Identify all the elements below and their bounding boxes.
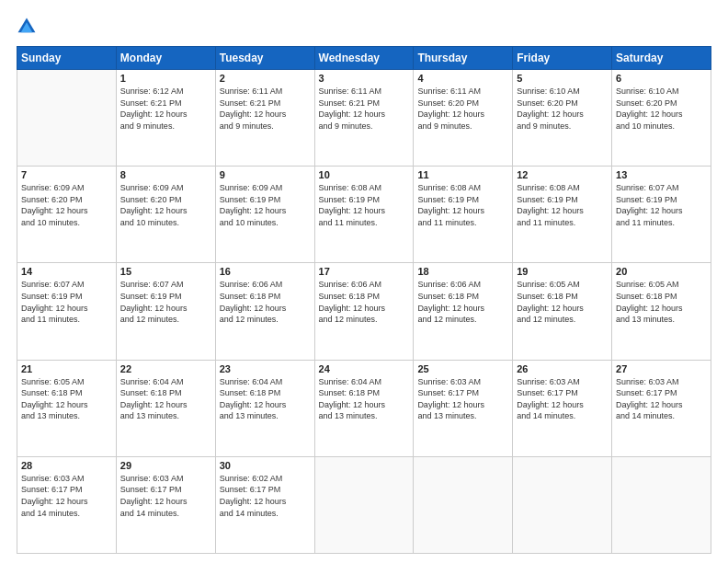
day-info: Sunrise: 6:07 AMSunset: 6:19 PMDaylight:… xyxy=(120,279,211,325)
calendar-cell xyxy=(17,70,117,167)
day-info: Sunrise: 6:04 AMSunset: 6:18 PMDaylight:… xyxy=(220,376,311,422)
day-number: 10 xyxy=(319,169,410,180)
day-info: Sunrise: 6:03 AMSunset: 6:17 PMDaylight:… xyxy=(21,473,112,519)
calendar-cell: 7Sunrise: 6:09 AMSunset: 6:20 PMDaylight… xyxy=(17,167,117,263)
day-number: 24 xyxy=(319,363,410,374)
day-info: Sunrise: 6:07 AMSunset: 6:19 PMDaylight:… xyxy=(616,182,707,228)
col-header-monday: Monday xyxy=(116,47,215,70)
col-header-tuesday: Tuesday xyxy=(215,47,314,70)
calendar-cell: 18Sunrise: 6:06 AMSunset: 6:18 PMDayligh… xyxy=(414,263,513,360)
day-number: 22 xyxy=(120,363,211,374)
calendar-cell: 20Sunrise: 6:05 AMSunset: 6:18 PMDayligh… xyxy=(612,263,711,360)
day-number: 25 xyxy=(417,363,508,374)
col-header-friday: Friday xyxy=(513,47,612,70)
calendar-cell: 14Sunrise: 6:07 AMSunset: 6:19 PMDayligh… xyxy=(17,263,117,360)
day-number: 20 xyxy=(616,266,707,277)
calendar-header: SundayMondayTuesdayWednesdayThursdayFrid… xyxy=(17,47,711,70)
calendar-week-1: 1Sunrise: 6:12 AMSunset: 6:21 PMDaylight… xyxy=(17,70,711,167)
day-number: 11 xyxy=(417,169,508,180)
day-number: 7 xyxy=(21,169,112,180)
calendar-table: SundayMondayTuesdayWednesdayThursdayFrid… xyxy=(17,46,711,554)
day-info: Sunrise: 6:05 AMSunset: 6:18 PMDaylight:… xyxy=(21,376,112,422)
col-header-wednesday: Wednesday xyxy=(314,47,414,70)
calendar-cell xyxy=(414,456,513,553)
day-number: 14 xyxy=(21,266,112,277)
day-info: Sunrise: 6:06 AMSunset: 6:18 PMDaylight:… xyxy=(417,279,508,325)
calendar-cell: 26Sunrise: 6:03 AMSunset: 6:17 PMDayligh… xyxy=(513,360,612,456)
day-number: 17 xyxy=(319,266,410,277)
day-info: Sunrise: 6:05 AMSunset: 6:18 PMDaylight:… xyxy=(616,279,707,325)
logo xyxy=(17,17,40,37)
calendar-cell: 2Sunrise: 6:11 AMSunset: 6:21 PMDaylight… xyxy=(215,70,314,167)
day-number: 6 xyxy=(616,73,707,84)
day-info: Sunrise: 6:06 AMSunset: 6:18 PMDaylight:… xyxy=(220,279,311,325)
calendar-cell xyxy=(314,456,414,553)
calendar-cell: 16Sunrise: 6:06 AMSunset: 6:18 PMDayligh… xyxy=(215,263,314,360)
day-info: Sunrise: 6:11 AMSunset: 6:21 PMDaylight:… xyxy=(220,86,311,132)
day-number: 28 xyxy=(21,460,112,471)
calendar-cell: 22Sunrise: 6:04 AMSunset: 6:18 PMDayligh… xyxy=(116,360,215,456)
col-header-thursday: Thursday xyxy=(414,47,513,70)
day-number: 16 xyxy=(220,266,311,277)
day-number: 21 xyxy=(21,363,112,374)
calendar-cell: 25Sunrise: 6:03 AMSunset: 6:17 PMDayligh… xyxy=(414,360,513,456)
calendar-cell: 23Sunrise: 6:04 AMSunset: 6:18 PMDayligh… xyxy=(215,360,314,456)
day-number: 8 xyxy=(120,169,211,180)
calendar-cell: 12Sunrise: 6:08 AMSunset: 6:19 PMDayligh… xyxy=(513,167,612,263)
header-row: SundayMondayTuesdayWednesdayThursdayFrid… xyxy=(17,47,711,70)
day-info: Sunrise: 6:02 AMSunset: 6:17 PMDaylight:… xyxy=(220,473,311,519)
day-info: Sunrise: 6:05 AMSunset: 6:18 PMDaylight:… xyxy=(517,279,608,325)
day-info: Sunrise: 6:03 AMSunset: 6:17 PMDaylight:… xyxy=(417,376,508,422)
calendar-cell: 17Sunrise: 6:06 AMSunset: 6:18 PMDayligh… xyxy=(314,263,414,360)
day-info: Sunrise: 6:06 AMSunset: 6:18 PMDaylight:… xyxy=(319,279,410,325)
calendar-cell: 6Sunrise: 6:10 AMSunset: 6:20 PMDaylight… xyxy=(612,70,711,167)
calendar-week-4: 21Sunrise: 6:05 AMSunset: 6:18 PMDayligh… xyxy=(17,360,711,456)
day-number: 19 xyxy=(517,266,608,277)
day-info: Sunrise: 6:04 AMSunset: 6:18 PMDaylight:… xyxy=(120,376,211,422)
calendar-week-5: 28Sunrise: 6:03 AMSunset: 6:17 PMDayligh… xyxy=(17,456,711,553)
calendar-cell: 3Sunrise: 6:11 AMSunset: 6:21 PMDaylight… xyxy=(314,70,414,167)
day-info: Sunrise: 6:09 AMSunset: 6:20 PMDaylight:… xyxy=(21,182,112,228)
calendar-cell: 10Sunrise: 6:08 AMSunset: 6:19 PMDayligh… xyxy=(314,167,414,263)
calendar-body: 1Sunrise: 6:12 AMSunset: 6:21 PMDaylight… xyxy=(17,70,711,554)
calendar-cell: 13Sunrise: 6:07 AMSunset: 6:19 PMDayligh… xyxy=(612,167,711,263)
day-number: 27 xyxy=(616,363,707,374)
calendar-cell: 30Sunrise: 6:02 AMSunset: 6:17 PMDayligh… xyxy=(215,456,314,553)
day-number: 12 xyxy=(517,169,608,180)
day-info: Sunrise: 6:07 AMSunset: 6:19 PMDaylight:… xyxy=(21,279,112,325)
day-info: Sunrise: 6:10 AMSunset: 6:20 PMDaylight:… xyxy=(517,86,608,132)
day-number: 13 xyxy=(616,169,707,180)
day-info: Sunrise: 6:03 AMSunset: 6:17 PMDaylight:… xyxy=(616,376,707,422)
calendar-cell: 9Sunrise: 6:09 AMSunset: 6:19 PMDaylight… xyxy=(215,167,314,263)
day-number: 26 xyxy=(517,363,608,374)
day-info: Sunrise: 6:04 AMSunset: 6:18 PMDaylight:… xyxy=(319,376,410,422)
day-number: 30 xyxy=(220,460,311,471)
col-header-sunday: Sunday xyxy=(17,47,117,70)
calendar-cell xyxy=(612,456,711,553)
day-number: 29 xyxy=(120,460,211,471)
calendar-cell: 15Sunrise: 6:07 AMSunset: 6:19 PMDayligh… xyxy=(116,263,215,360)
logo-icon xyxy=(17,17,37,37)
day-info: Sunrise: 6:09 AMSunset: 6:20 PMDaylight:… xyxy=(120,182,211,228)
calendar-cell: 11Sunrise: 6:08 AMSunset: 6:19 PMDayligh… xyxy=(414,167,513,263)
calendar-cell: 8Sunrise: 6:09 AMSunset: 6:20 PMDaylight… xyxy=(116,167,215,263)
day-info: Sunrise: 6:03 AMSunset: 6:17 PMDaylight:… xyxy=(517,376,608,422)
day-info: Sunrise: 6:11 AMSunset: 6:21 PMDaylight:… xyxy=(319,86,410,132)
day-info: Sunrise: 6:09 AMSunset: 6:19 PMDaylight:… xyxy=(220,182,311,228)
day-info: Sunrise: 6:08 AMSunset: 6:19 PMDaylight:… xyxy=(517,182,608,228)
calendar-cell xyxy=(513,456,612,553)
day-info: Sunrise: 6:08 AMSunset: 6:19 PMDaylight:… xyxy=(417,182,508,228)
calendar-cell: 5Sunrise: 6:10 AMSunset: 6:20 PMDaylight… xyxy=(513,70,612,167)
calendar-cell: 1Sunrise: 6:12 AMSunset: 6:21 PMDaylight… xyxy=(116,70,215,167)
day-number: 18 xyxy=(417,266,508,277)
day-info: Sunrise: 6:08 AMSunset: 6:19 PMDaylight:… xyxy=(319,182,410,228)
calendar-cell: 4Sunrise: 6:11 AMSunset: 6:20 PMDaylight… xyxy=(414,70,513,167)
day-number: 2 xyxy=(220,73,311,84)
day-info: Sunrise: 6:12 AMSunset: 6:21 PMDaylight:… xyxy=(120,86,211,132)
day-number: 9 xyxy=(220,169,311,180)
calendar-cell: 21Sunrise: 6:05 AMSunset: 6:18 PMDayligh… xyxy=(17,360,117,456)
calendar-cell: 24Sunrise: 6:04 AMSunset: 6:18 PMDayligh… xyxy=(314,360,414,456)
col-header-saturday: Saturday xyxy=(612,47,711,70)
day-number: 3 xyxy=(319,73,410,84)
calendar-week-2: 7Sunrise: 6:09 AMSunset: 6:20 PMDaylight… xyxy=(17,167,711,263)
